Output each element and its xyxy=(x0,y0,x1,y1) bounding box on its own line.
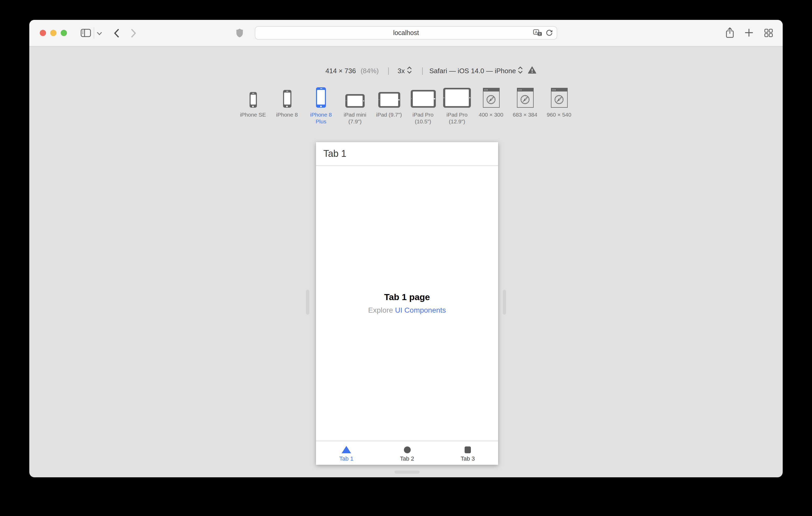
privacy-shield-icon xyxy=(236,28,243,38)
iphone-8-icon xyxy=(283,87,291,108)
viewport-dimensions: 414 × 736 xyxy=(325,67,356,75)
device-preset-400x300[interactable]: 400 × 300 xyxy=(475,87,507,124)
device-preset-iphone-8-plus[interactable]: iPhone 8 Plus xyxy=(305,87,337,124)
svg-text:文: 文 xyxy=(539,32,541,35)
app-navbar: Tab 1 xyxy=(316,142,498,166)
tab-2[interactable]: Tab 2 xyxy=(377,441,437,465)
screen: localhost A 文 xyxy=(0,0,812,516)
reload-icon[interactable] xyxy=(546,29,552,37)
iphone-8-plus-icon xyxy=(316,87,326,108)
url-text: localhost xyxy=(393,29,419,37)
translate-icon[interactable]: A 文 xyxy=(533,29,542,37)
iphone-se-icon xyxy=(249,87,257,108)
device-preset-ipad-mini[interactable]: iPad mini (7.9") xyxy=(339,87,371,124)
page-title: Tab 1 page xyxy=(384,292,430,302)
page-subtitle: Explore UI Components xyxy=(368,306,446,314)
device-preset-960x540[interactable]: 960 × 540 xyxy=(543,87,575,124)
device-preset-ipad-pro-105[interactable]: iPad Pro (10.5") xyxy=(407,87,439,124)
safari-window: localhost A 文 xyxy=(29,20,783,477)
browser-window-compass-icon xyxy=(483,87,499,108)
ui-components-link[interactable]: UI Components xyxy=(395,306,446,314)
app-navbar-title: Tab 1 xyxy=(323,148,346,159)
zoom-level: (84%) xyxy=(360,67,379,75)
browser-window-compass-icon xyxy=(517,87,533,108)
device-viewport: Tab 1 Tab 1 page Explore UI Components T… xyxy=(316,142,498,465)
tab-overview-grid-icon[interactable] xyxy=(764,29,773,37)
back-button[interactable] xyxy=(114,29,119,38)
resize-handle-bottom[interactable] xyxy=(395,471,419,474)
triangle-icon xyxy=(342,446,351,453)
share-icon[interactable] xyxy=(726,27,734,38)
subtitle-text: Explore xyxy=(368,306,395,314)
address-bar[interactable]: localhost A 文 xyxy=(255,26,557,40)
zoom-window-button[interactable] xyxy=(61,30,67,36)
tab-3[interactable]: Tab 3 xyxy=(437,441,498,465)
sidebar-menu-chevron-down-icon[interactable] xyxy=(97,32,102,35)
device-preset-ipad[interactable]: iPad (9.7") xyxy=(373,87,405,124)
rdm-status-bar: 414 × 736 (84%) 3x Safari — iOS 14.0 — i… xyxy=(325,66,536,75)
device-preset-iphone-8[interactable]: iPhone 8 xyxy=(271,87,303,124)
circle-icon xyxy=(404,446,410,453)
close-window-button[interactable] xyxy=(40,30,46,36)
divider xyxy=(388,67,389,74)
pixel-ratio-select[interactable]: 3x xyxy=(398,67,405,75)
divider xyxy=(422,67,423,74)
user-agent-select[interactable]: Safari — iOS 14.0 — iPhone xyxy=(429,67,516,75)
svg-text:A: A xyxy=(535,30,537,34)
square-icon xyxy=(465,446,471,453)
resize-handle-right[interactable] xyxy=(503,290,506,315)
new-tab-plus-icon[interactable] xyxy=(745,29,753,37)
user-agent-stepper-icon[interactable] xyxy=(518,66,523,75)
sidebar-toggle-icon[interactable] xyxy=(81,29,91,37)
device-preset-row: iPhone SE iPhone 8 iPhone 8 Plus iPad mi… xyxy=(237,87,575,124)
app-tabbar: Tab 1 Tab 2 Tab 3 xyxy=(316,441,498,465)
minimize-window-button[interactable] xyxy=(50,30,57,36)
ipad-mini-icon xyxy=(345,87,365,108)
traffic-lights xyxy=(40,30,67,36)
pixel-ratio-stepper-icon[interactable] xyxy=(407,66,411,75)
app-page-content: Tab 1 page Explore UI Components xyxy=(316,165,498,441)
device-preset-ipad-pro-129[interactable]: iPad Pro (12.9") xyxy=(441,87,473,124)
resize-handle-left[interactable] xyxy=(306,290,309,315)
ipad-icon xyxy=(378,87,400,108)
forward-button[interactable] xyxy=(131,29,137,38)
ipad-pro-105-icon xyxy=(410,87,436,108)
toolbar-divider xyxy=(94,27,94,39)
warning-icon[interactable] xyxy=(528,66,536,75)
browser-toolbar: localhost A 文 xyxy=(29,20,783,47)
device-preset-683x384[interactable]: 683 × 384 xyxy=(509,87,541,124)
browser-window-compass-icon xyxy=(551,87,568,108)
tab-1[interactable]: Tab 1 xyxy=(316,441,377,465)
device-preset-iphone-se[interactable]: iPhone SE xyxy=(237,87,269,124)
ipad-pro-129-icon xyxy=(443,87,471,108)
